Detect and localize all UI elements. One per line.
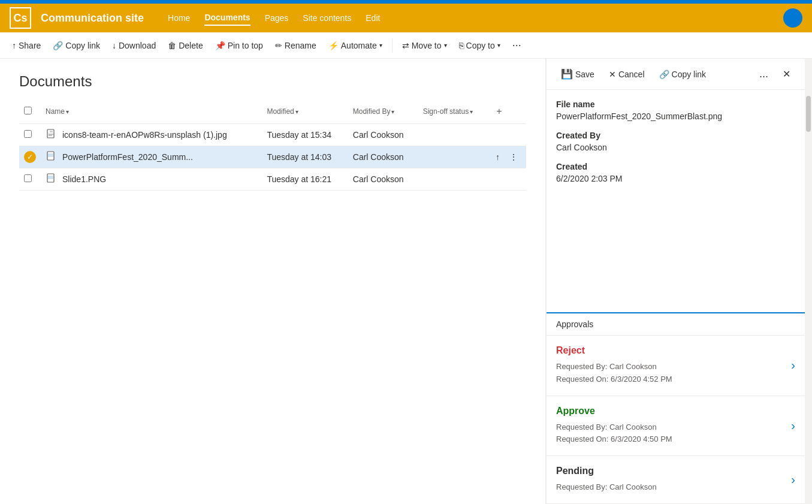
panel-scrollbar[interactable] [805, 59, 812, 504]
nav-pages[interactable]: Pages [265, 11, 289, 25]
nav-documents[interactable]: Documents [204, 10, 250, 26]
documents-title: Documents [19, 73, 526, 90]
reject-chevron-icon: › [791, 358, 795, 372]
automate-chevron-icon: ▾ [379, 42, 382, 49]
table-row[interactable]: icons8-team-r-enAOPw8Rs-unsplash (1).jpg… [19, 124, 526, 146]
add-column-button[interactable]: + [492, 104, 506, 119]
rename-button[interactable]: ✏ Rename [270, 37, 321, 54]
row2-modified-by: Carl Cookson [348, 146, 418, 168]
col-modified[interactable]: Modified ▾ [262, 99, 348, 124]
panel-copy-link-button[interactable]: 🔗 Copy link [654, 66, 711, 83]
cancel-x-icon: ✕ [609, 70, 616, 79]
reject-card[interactable]: Reject Requested By: Carl Cookson Reques… [547, 336, 805, 396]
sign-off-sort-icon: ▾ [470, 108, 473, 115]
approve-card[interactable]: Approve Requested By: Carl Cookson Reque… [547, 396, 805, 457]
panel-cancel-button[interactable]: ✕ Cancel [604, 66, 650, 83]
sp-header: Cs Communication site Home Documents Pag… [0, 4, 812, 32]
scrollbar-thumb [806, 96, 811, 132]
table-row[interactable]: ✓ PowerPlatformFest_2020_Summ... [19, 146, 526, 168]
move-label: Move to [412, 41, 442, 50]
document-list-area: Documents Name ▾ Modified [0, 59, 545, 504]
automate-button[interactable]: ⚡ Automate ▾ [324, 37, 387, 54]
pending-requested-by: Requested By: Carl Cookson [556, 481, 791, 494]
panel-copy-link-label: Copy link [672, 70, 707, 79]
file-name: Slide1.PNG [62, 174, 106, 184]
row1-modified: Tuesday at 15:34 [262, 124, 348, 146]
approve-requested-on: Requested On: 6/3/2020 4:50 PM [556, 433, 791, 446]
download-button[interactable]: ↓ Download [107, 37, 161, 54]
row2-actions: ↑ ⋮ [492, 151, 521, 163]
svg-rect-5 [48, 176, 53, 179]
col-sign-off[interactable]: Sign-off status ▾ [418, 99, 487, 124]
row3-checkbox[interactable] [24, 174, 32, 182]
created-by-label: Created By [556, 131, 795, 140]
row2-sign-off [418, 146, 487, 168]
approve-action-label: Approve [556, 406, 791, 417]
reject-requested-on: Requested On: 6/3/2020 4:52 PM [556, 373, 791, 386]
right-panel-wrapper: 💾 Save ✕ Cancel 🔗 Copy link ... ✕ Fil [545, 59, 812, 504]
nav-edit[interactable]: Edit [366, 11, 380, 25]
panel-close-button[interactable]: ✕ [778, 66, 795, 82]
command-bar: ↑ Share 🔗 Copy link ↓ Download 🗑 Delete … [0, 32, 812, 59]
file-name-label: File name [556, 99, 795, 109]
reject-requested-by: Requested By: Carl Cookson [556, 361, 791, 373]
copy-link-label: Copy link [65, 41, 100, 50]
panel-more-button[interactable]: ... [754, 65, 773, 83]
modified-sort-icon: ▾ [295, 108, 298, 115]
more-button[interactable]: ··· [508, 37, 526, 54]
cancel-label: Cancel [618, 70, 645, 79]
file-icon [46, 173, 58, 185]
pin-icon: 📌 [215, 41, 225, 50]
file-name-value: PowerPlatformFest_2020_SummerBlast.png [556, 111, 795, 121]
pin-label: Pin to top [228, 41, 263, 50]
save-label: Save [575, 70, 594, 79]
share-button[interactable]: ↑ Share [7, 37, 46, 54]
file-icon [46, 129, 58, 141]
table-row[interactable]: Slide1.PNG Tuesday at 16:21 Carl Cookson [19, 168, 526, 191]
row2-modified: Tuesday at 14:03 [262, 146, 348, 168]
automate-label: Automate [341, 41, 377, 50]
move-to-button[interactable]: ⇄ Move to ▾ [397, 37, 452, 54]
created-value: 6/2/2020 2:03 PM [556, 174, 795, 183]
copy-to-button[interactable]: ⎘ Copy to ▾ [454, 37, 505, 54]
top-nav: Home Documents Pages Site contents Edit [168, 10, 380, 26]
right-panel: 💾 Save ✕ Cancel 🔗 Copy link ... ✕ Fil [546, 59, 805, 504]
cmd-separator [392, 38, 393, 53]
row-more-button[interactable]: ⋮ [506, 151, 521, 163]
select-all-checkbox[interactable] [24, 107, 32, 114]
col-modified-by[interactable]: Modified By ▾ [348, 99, 418, 124]
user-avatar[interactable] [783, 8, 802, 28]
reject-card-content: Reject Requested By: Carl Cookson Reques… [556, 345, 791, 386]
file-icon [46, 151, 58, 163]
approve-requested-by: Requested By: Carl Cookson [556, 421, 791, 434]
share-icon: ↑ [12, 41, 16, 50]
approve-chevron-icon: › [791, 419, 795, 433]
panel-header: 💾 Save ✕ Cancel 🔗 Copy link ... ✕ [547, 59, 805, 90]
row3-modified: Tuesday at 16:21 [262, 168, 348, 191]
col-name[interactable]: Name ▾ [41, 99, 262, 124]
created-label: Created [556, 162, 795, 171]
panel-link-icon: 🔗 [659, 70, 669, 79]
panel-save-button[interactable]: 💾 Save [556, 65, 599, 83]
rename-icon: ✏ [275, 41, 282, 50]
save-icon: 💾 [561, 68, 573, 80]
svg-rect-3 [48, 153, 53, 157]
row1-checkbox[interactable] [24, 130, 32, 138]
nav-home[interactable]: Home [168, 11, 190, 25]
file-name-section: File name PowerPlatformFest_2020_SummerB… [556, 99, 795, 121]
approvals-section: Approvals Reject Requested By: Carl Cook… [547, 312, 805, 504]
row-share-button[interactable]: ↑ [492, 151, 503, 163]
main-content: Documents Name ▾ Modified [0, 59, 812, 504]
move-icon: ⇄ [402, 41, 409, 50]
download-label: Download [119, 41, 156, 50]
row3-modified-by: Carl Cookson [348, 168, 418, 191]
site-logo: Cs [10, 7, 31, 29]
delete-button[interactable]: 🗑 Delete [163, 37, 207, 54]
nav-site-contents[interactable]: Site contents [303, 11, 351, 25]
pin-to-top-button[interactable]: 📌 Pin to top [210, 37, 268, 54]
share-label: Share [19, 41, 41, 50]
copy-link-button[interactable]: 🔗 Copy link [48, 37, 105, 54]
svg-rect-1 [50, 131, 53, 132]
pending-card[interactable]: Pending Requested By: Carl Cookson › [547, 456, 805, 504]
documents-table: Name ▾ Modified ▾ Modified By ▾ [19, 99, 526, 191]
